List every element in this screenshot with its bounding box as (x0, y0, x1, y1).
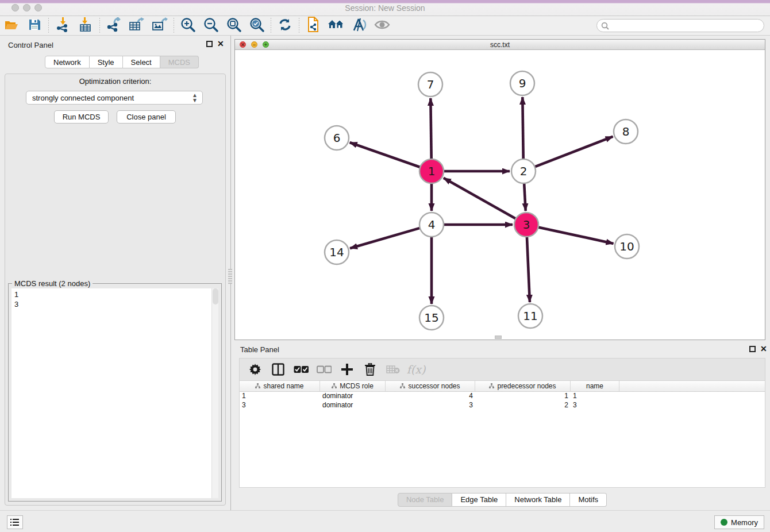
graph-node-3[interactable]: 3 (514, 213, 538, 237)
table-cell[interactable]: 1 (240, 392, 320, 401)
table-cell[interactable]: 4 (386, 392, 475, 401)
close-panel-icon[interactable]: ✕ (217, 39, 224, 48)
select-spinner-icon: ▲▼ (192, 92, 202, 103)
hide-labels-button[interactable] (348, 17, 371, 34)
graph-node-2[interactable]: 2 (511, 159, 536, 183)
column-header-successor-nodes[interactable]: successor nodes (386, 381, 475, 391)
table-cell[interactable]: 3 (240, 401, 320, 410)
table-row[interactable]: 3dominator323 (240, 401, 765, 410)
graph-node-8[interactable]: 8 (614, 119, 638, 144)
graph-node-9[interactable]: 9 (510, 71, 534, 95)
table-row[interactable]: 1dominator411 (240, 392, 765, 401)
split-view-icon[interactable] (271, 362, 286, 377)
svg-text:14: 14 (329, 245, 344, 259)
zoom-selected-button[interactable] (245, 17, 268, 34)
edge-1-6[interactable] (350, 142, 421, 167)
zoom-fit-button[interactable] (222, 17, 245, 34)
edge-1-7[interactable] (430, 98, 431, 159)
save-session-button[interactable] (23, 17, 46, 34)
table-cell[interactable]: 3 (571, 401, 619, 410)
tab-network-table[interactable]: Network Table (506, 493, 570, 507)
graph-node-11[interactable]: 11 (518, 304, 542, 328)
unselect-all-columns-icon[interactable] (317, 362, 332, 377)
edge-3-1[interactable] (444, 178, 516, 219)
svg-text:7: 7 (427, 78, 434, 91)
tab-style[interactable]: Style (90, 56, 123, 68)
edge-3-11[interactable] (527, 237, 530, 302)
control-panel-header: Control Panel ✕ (0, 36, 230, 53)
new-network-from-selection-button[interactable] (302, 17, 325, 34)
table-cell[interactable]: 3 (386, 401, 475, 410)
graph-node-10[interactable]: 10 (615, 234, 639, 259)
table-cell[interactable]: 2 (475, 401, 571, 410)
tab-select[interactable]: Select (123, 56, 160, 68)
network-window-titlebar[interactable]: ✕ − + scc.txt (235, 40, 765, 50)
apply-layout-button[interactable] (274, 17, 297, 34)
task-history-button[interactable] (7, 515, 23, 529)
graph-node-1[interactable]: 1 (419, 159, 444, 183)
horizontal-divider-grip[interactable] (495, 336, 502, 339)
zoom-in-button[interactable] (176, 17, 199, 34)
panel-divider-grip[interactable] (228, 269, 232, 284)
search-input[interactable] (609, 20, 764, 31)
table-cell[interactable]: dominator (320, 392, 386, 401)
import-table-button[interactable] (74, 17, 97, 34)
mcds-result-title: MCDS result (2 nodes) (12, 279, 93, 288)
optimization-criterion-select[interactable]: strongly connected component ▲▼ (26, 91, 203, 105)
close-panel-button[interactable]: Close panel (117, 110, 176, 124)
tab-node-table[interactable]: Node Table (398, 493, 453, 507)
graph-node-15[interactable]: 15 (419, 306, 444, 330)
home-networks-button[interactable] (325, 17, 348, 34)
tab-network[interactable]: Network (45, 56, 90, 68)
export-network-button[interactable] (102, 17, 125, 34)
table-cell[interactable]: 1 (475, 392, 571, 401)
add-column-icon[interactable] (340, 362, 355, 377)
edge-2-8[interactable] (535, 137, 613, 167)
table-cell[interactable]: dominator (320, 401, 386, 410)
edge-3-10[interactable] (538, 227, 614, 243)
window-titlebar: Session: New Session (0, 0, 770, 16)
show-graphics-details-button[interactable] (371, 17, 394, 34)
graph-node-4[interactable]: 4 (419, 213, 444, 237)
scrollbar-thumb[interactable] (213, 288, 218, 304)
float-panel-icon[interactable] (206, 41, 213, 47)
zoom-out-button[interactable] (199, 17, 222, 34)
memory-button[interactable]: Memory (714, 515, 764, 529)
settings-gear-icon[interactable] (248, 362, 263, 377)
memory-status-icon (721, 519, 727, 526)
column-header-shared-name[interactable]: shared name (240, 381, 320, 391)
column-header-predecessor-nodes[interactable]: predecessor nodes (475, 381, 571, 391)
close-panel-icon[interactable]: ✕ (760, 344, 767, 353)
mcds-result-text[interactable]: 1 3 (11, 288, 211, 498)
graph-node-14[interactable]: 14 (325, 240, 349, 264)
edge-2-9[interactable] (522, 97, 523, 159)
mcds-result-scrollbar[interactable] (211, 288, 218, 498)
svg-text:11: 11 (523, 309, 537, 323)
tab-motifs[interactable]: Motifs (570, 493, 607, 507)
open-session-button[interactable] (0, 17, 23, 34)
delete-table-icon[interactable] (386, 362, 401, 377)
delete-column-trash-icon[interactable] (363, 362, 378, 377)
column-header-name[interactable]: name (571, 381, 619, 391)
table-toolbar: f(x) (239, 358, 765, 381)
network-graph-canvas[interactable]: 7968124314101511 (235, 50, 765, 340)
select-all-columns-icon[interactable] (294, 362, 309, 377)
mcds-result-group: MCDS result (2 nodes) 1 3 (8, 283, 222, 502)
export-image-button[interactable] (148, 17, 171, 34)
edge-4-14[interactable] (350, 228, 420, 248)
graph-node-7[interactable]: 7 (418, 72, 442, 97)
edge-2-3[interactable] (524, 183, 526, 211)
function-builder-icon[interactable]: f(x) (409, 362, 424, 377)
graph-node-6[interactable]: 6 (325, 126, 349, 150)
float-panel-icon[interactable] (749, 346, 756, 352)
tab-mcds[interactable]: MCDS (160, 56, 199, 68)
column-header-MCDS-role[interactable]: MCDS role (320, 381, 386, 391)
export-table-button[interactable] (125, 17, 148, 34)
tab-edge-table[interactable]: Edge Table (452, 493, 506, 507)
column-label: successor nodes (408, 382, 460, 390)
import-network-button[interactable] (51, 17, 74, 34)
search-field[interactable] (596, 19, 764, 32)
run-mcds-button[interactable]: Run MCDS (54, 110, 109, 124)
tree-icon (489, 382, 494, 390)
table-cell[interactable]: 1 (571, 392, 619, 401)
